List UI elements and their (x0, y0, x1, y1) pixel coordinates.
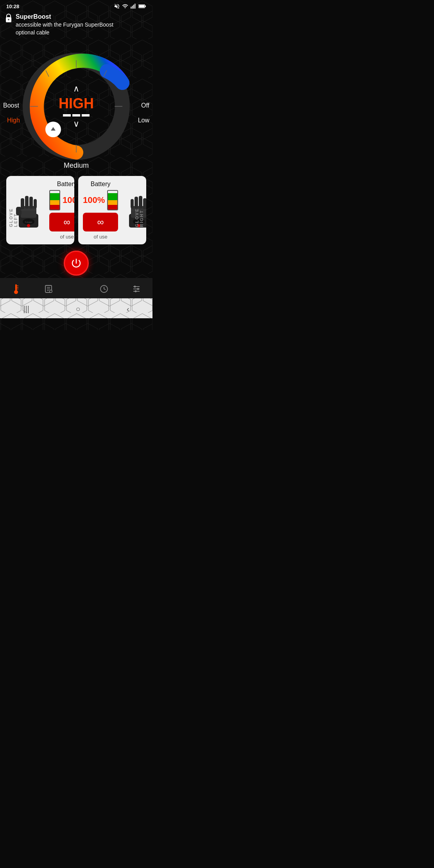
svg-point-28 (27, 224, 30, 227)
svg-rect-40 (15, 284, 17, 291)
nav-notes[interactable] (39, 283, 58, 295)
svg-point-55 (134, 285, 136, 287)
right-battery-yellow (108, 200, 117, 205)
nav-temperature[interactable] (7, 282, 25, 296)
superboost-banner: SuperBoost accessible with the Furygan S… (0, 11, 152, 40)
svg-rect-34 (131, 199, 134, 208)
right-battery-icon (107, 190, 118, 210)
superboost-text: SuperBoost accessible with the Furygan S… (16, 13, 113, 37)
label-boost: Boost (3, 102, 19, 109)
right-infinity-button[interactable]: ∞ (83, 213, 118, 231)
label-low: Low (138, 117, 149, 124)
svg-rect-2 (133, 5, 134, 9)
battery-status-icon (138, 4, 146, 9)
nav-history[interactable] (95, 283, 113, 295)
glove-left-card: GLOVE LEFT Furygan (6, 176, 74, 244)
power-button[interactable] (64, 251, 89, 276)
bar-2 (72, 114, 80, 117)
glove-right-info: Battery 100% ∞ of use (83, 181, 118, 240)
right-battery-label: Battery (91, 181, 111, 188)
left-battery-green (50, 193, 59, 200)
left-battery-percent: 100% (63, 195, 74, 205)
mute-icon (114, 3, 120, 9)
signal-icon (130, 3, 136, 9)
status-bar: 10:28 (0, 0, 152, 11)
status-icons (114, 3, 146, 9)
glove-left-info: Battery 100% ∞ of use (49, 181, 74, 240)
svg-point-57 (135, 290, 136, 292)
label-high: High (7, 117, 20, 124)
sliders-icon (132, 284, 141, 294)
left-battery-container: 100% (49, 190, 74, 210)
svg-point-50 (50, 290, 52, 292)
thermometer-icon (11, 283, 21, 294)
nav-power-center[interactable] (72, 283, 81, 287)
right-battery-green (108, 193, 117, 200)
label-medium: Medium (64, 161, 89, 170)
left-infinity-button[interactable]: ∞ (49, 213, 74, 231)
nav-settings[interactable] (127, 283, 146, 295)
time-display: 10:28 (6, 4, 19, 9)
svg-rect-35 (146, 207, 146, 215)
wifi-icon (122, 3, 128, 9)
power-icon (70, 257, 82, 269)
superboost-title: SuperBoost (16, 13, 113, 21)
svg-rect-20 (21, 198, 24, 209)
left-battery-red (50, 205, 59, 210)
dial-ring-container[interactable]: ∧ HIGH ∨ (22, 52, 131, 161)
bar-1 (63, 114, 71, 117)
dial-section: Boost Off High Low Medium (0, 40, 152, 173)
svg-rect-6 (145, 5, 146, 7)
right-battery-container: 100% (83, 190, 118, 210)
gloves-section: GLOVE LEFT Furygan (0, 173, 152, 247)
level-bars (59, 114, 94, 117)
left-battery-icon (49, 190, 60, 210)
glove-right-card: Battery 100% ∞ of use (78, 176, 146, 244)
svg-text:Furygan: Furygan (25, 221, 32, 223)
dial-center: ∧ HIGH ∨ (59, 84, 94, 129)
left-of-use: of use (60, 234, 74, 240)
svg-rect-21 (25, 196, 29, 208)
down-arrow[interactable]: ∨ (59, 119, 94, 129)
power-section (0, 251, 152, 276)
left-battery-label: Battery (57, 181, 74, 188)
superboost-description: accessible with the Furygan SuperBoostop… (16, 21, 113, 36)
svg-rect-1 (132, 6, 133, 9)
bar-3 (82, 114, 90, 117)
heat-level: HIGH (59, 95, 94, 112)
svg-point-41 (14, 290, 18, 294)
right-infinity-symbol: ∞ (97, 217, 104, 227)
right-of-use: of use (93, 234, 107, 240)
svg-rect-23 (34, 199, 37, 208)
notes-icon (44, 284, 53, 294)
svg-point-56 (137, 288, 139, 290)
right-battery-red (108, 205, 117, 210)
left-battery-yellow (50, 200, 59, 205)
up-arrow[interactable]: ∧ (59, 84, 94, 94)
glove-left-label: GLOVE LEFT (9, 193, 18, 227)
glove-right-label: GLOVE RIGHT (135, 193, 144, 227)
lock-icon (5, 13, 13, 25)
svg-rect-0 (131, 7, 131, 9)
left-infinity-symbol: ∞ (64, 217, 70, 227)
clock-icon (99, 284, 109, 294)
svg-rect-22 (29, 197, 33, 208)
label-off: Off (141, 102, 149, 109)
right-battery-percent: 100% (83, 195, 105, 205)
svg-rect-5 (139, 5, 144, 7)
bottom-navbar (0, 278, 152, 298)
svg-point-8 (8, 19, 9, 20)
svg-rect-3 (135, 4, 135, 9)
